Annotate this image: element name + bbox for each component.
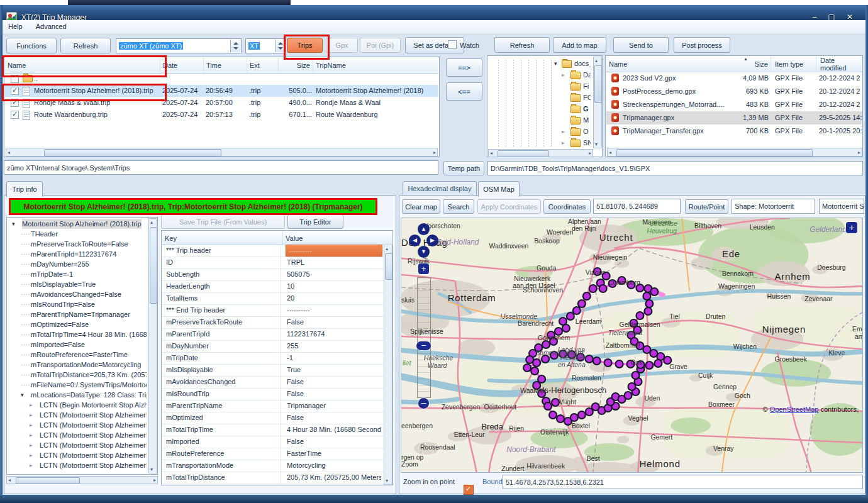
poi-button[interactable]: Poi (Gpi)	[360, 38, 401, 53]
trip-tree-item[interactable]: ····mOptimized=False	[8, 319, 147, 329]
trip-tree-item[interactable]: ▸LCTN (Motortoerrit Stop Alzheimer! (201…	[8, 420, 147, 430]
bounds-input[interactable]: 51.4678,4.2573,52.1538,6.2321	[503, 475, 863, 489]
tab-hexadecimal-display[interactable]: Hexadecimal display	[403, 181, 477, 196]
gpx-button[interactable]: Gpx	[326, 38, 358, 53]
trip-tree-item[interactable]: ▸LCTN (Motortoerrit Stop Alzheimer! (201…	[8, 410, 147, 420]
trip-tree-item[interactable]: ▸LCTN (Motortoerrit Stop Alzheimer! (201…	[8, 430, 147, 440]
folder-tree-item[interactable]: ▸SN	[489, 138, 591, 148]
post-process-button[interactable]: Post process	[674, 37, 730, 53]
device-list-row[interactable]: Rondje Maas & Waal.trip2025-07-2420:57:0…	[5, 97, 438, 109]
trip-tree-item[interactable]: ····mTotalTripTime=4 Hour 38 Min. (16680…	[8, 329, 147, 340]
trip-tree-item[interactable]: ····mIsRoundTrip=False	[8, 299, 147, 309]
pan-right-icon[interactable]: ▶	[426, 235, 438, 246]
kv-row[interactable]: mTotalTripDistance205,73 Km. (205725,00 …	[162, 472, 384, 484]
folder-tree-vscrollbar[interactable]: ▴▾	[593, 57, 602, 148]
kv-row[interactable]: mRoutePreferenceFasterTime	[162, 448, 384, 460]
trip-tree-item[interactable]: ····mPreserveTrackToRoute=False	[8, 239, 147, 249]
tab-osm-map[interactable]: OSM Map	[478, 181, 520, 197]
column-size[interactable]: Size	[279, 58, 313, 73]
trip-tree-item[interactable]: ····mAvoidancesChanged=False	[8, 289, 147, 299]
trip-tree-item[interactable]: ····mTotalTripDistance=205,73 Km. (20572…	[8, 370, 147, 380]
kv-row[interactable]: *** Trip header----------	[162, 245, 384, 257]
pc-column-type[interactable]: Item type	[772, 57, 816, 72]
device-combo-spinner[interactable]	[230, 40, 240, 52]
trip-tree-vscrollbar[interactable]: ▴▾	[148, 218, 157, 473]
trip-tree-item[interactable]: ····mIsDisplayable=True	[8, 279, 147, 289]
kv-vscrollbar[interactable]: ▴▾	[384, 245, 392, 485]
transfer-to-pc-button[interactable]: ==>	[446, 58, 482, 77]
kv-row[interactable]: mFileName0:/.System/Trips/Motortoerrit S…	[162, 484, 384, 484]
device-combo[interactable]: zūmo XT (zūmo XT)	[116, 38, 242, 53]
add-to-map-button[interactable]: Add to map	[553, 37, 606, 53]
device-list-row[interactable]: Route Waardenburg.trip2025-07-2420:57:13…	[5, 109, 438, 121]
row-checkbox[interactable]	[11, 87, 19, 95]
pc-list-row[interactable]: TripManager_Transfer.gpx700 KBGPX File20…	[606, 124, 862, 138]
clear-map-button[interactable]: Clear map	[402, 199, 440, 214]
zoom-slider-handle[interactable]: –	[416, 341, 431, 350]
apply-coordinates-button[interactable]: Apply Coordinates	[477, 199, 541, 214]
trip-tree-item[interactable]: ▸LCTN (Begin Motortoerrit Stop Alzheimer…	[8, 400, 147, 410]
folder-tree-item[interactable]: Fi	[489, 81, 591, 91]
trip-tree-item[interactable]: ····mDayNumber=255	[8, 259, 147, 269]
row-checkbox[interactable]	[11, 99, 19, 107]
row-checkbox[interactable]	[11, 75, 19, 83]
device-short-spinner[interactable]: XT	[245, 38, 286, 53]
openstreetmap-link[interactable]: OpenStreetMap	[770, 406, 819, 413]
temp-path-button[interactable]: Temp path	[443, 161, 484, 175]
trip-tree-hscrollbar[interactable]: ◂▸	[6, 476, 158, 484]
trip-tree-item[interactable]: ····mParentTripId=1122317674	[8, 249, 147, 259]
zoom-on-point-checkbox[interactable]	[464, 485, 474, 495]
zoom-slider[interactable]	[417, 277, 431, 398]
pan-up-icon[interactable]: ▲	[418, 223, 430, 235]
osm-map[interactable]: Den HaagVoorschotenRijswijkAlphen aanden…	[401, 218, 863, 473]
pc-column-size[interactable]: Size	[730, 57, 771, 72]
trip-tree-item[interactable]: ▾Motortoerrit Stop Alzheimer! (2018).tri…	[8, 219, 147, 229]
folder-tree-item[interactable]: M	[489, 115, 591, 125]
trip-tree-item[interactable]: ▸LCTN (Motortoerrit Stop Alzheimer! (201…	[8, 470, 147, 473]
kv-row[interactable]: *** End Trip header----------	[162, 304, 384, 317]
kv-row[interactable]: mTripDate-1	[162, 352, 384, 365]
layer-switcher-icon[interactable]: +	[846, 222, 857, 233]
trip-tree-item[interactable]: ▾mLocations=DataType: 128 Class: Trip	[8, 390, 147, 400]
column-time[interactable]: Time	[204, 58, 247, 73]
device-list-hscrollbar[interactable]: ◂▸	[6, 148, 438, 157]
trip-tree-item[interactable]: ····mImported=False	[8, 340, 147, 350]
kv-row[interactable]: mPreserveTrackToRouteFalse	[162, 316, 384, 329]
functions-button[interactable]: Functions	[6, 38, 57, 53]
pc-list-row[interactable]: Streckensperrungen_Motorrad....483 KBGPX…	[606, 98, 862, 111]
save-trip-file-button[interactable]: Save Trip File (From Values)	[161, 214, 285, 229]
coordinates-input[interactable]: 51.81078, 5.244689	[593, 199, 681, 214]
kv-row[interactable]: SubLength505075	[162, 268, 384, 281]
trip-tree-item[interactable]: ▸LCTN (Motortoerrit Stop Alzheimer! (201…	[8, 440, 147, 450]
zoom-in-button[interactable]: +	[418, 263, 429, 274]
osm-map-canvas[interactable]: Den HaagVoorschotenRijswijkAlphen aanden…	[401, 218, 862, 472]
folder-tree-hscrollbar[interactable]: ◂▸	[488, 149, 593, 157]
zoom-out-button[interactable]: –	[418, 398, 429, 409]
tab-trip-info[interactable]: Trip info	[6, 181, 43, 197]
kv-row[interactable]: HeaderLength10	[162, 280, 384, 293]
folder-tree-item[interactable]: G	[489, 104, 591, 114]
trip-tree-item[interactable]: ····mParentTripName=Tripmanager	[8, 309, 147, 319]
kv-row[interactable]: mIsDisplayableTrue	[162, 364, 384, 377]
watch-checkbox[interactable]	[448, 40, 457, 49]
kv-row[interactable]: mDayNumber255	[162, 340, 384, 353]
transfer-to-device-button[interactable]: <==	[446, 82, 482, 101]
column-date[interactable]: Date	[160, 58, 204, 73]
kv-row[interactable]: mImportedFalse	[162, 436, 384, 448]
trip-tree-item[interactable]: ····mTripDate=-1	[8, 269, 147, 279]
folder-tree-root[interactable]: ▾docs_	[489, 58, 591, 69]
folder-tree-item[interactable]: ▸Da	[489, 70, 591, 80]
menu-advanced[interactable]: Advanced	[30, 20, 72, 33]
kv-row[interactable]: mIsRoundTripFalse	[162, 388, 384, 401]
shape-name-field[interactable]: Motortoerrit Stop	[819, 199, 864, 214]
pc-column-name[interactable]: Name	[606, 57, 730, 72]
pan-down-icon[interactable]: ▼	[418, 246, 430, 258]
kv-row[interactable]: mOptimizedFalse	[162, 412, 384, 424]
kv-row[interactable]: IDTRPL	[162, 257, 384, 269]
kv-row[interactable]: mAvoidancesChangedFalse	[162, 376, 384, 389]
device-list-row[interactable]: Motortoerrit Stop Alzheimer! (2018).trip…	[5, 85, 438, 97]
trip-tree-item[interactable]: ▸LCTN (Motortoerrit Stop Alzheimer! (201…	[8, 450, 147, 460]
kv-column-key[interactable]: Key	[162, 231, 283, 245]
pc-list-hscrollbar[interactable]: ◂▸	[607, 148, 862, 157]
pc-refresh-button[interactable]: Refresh	[494, 37, 550, 53]
